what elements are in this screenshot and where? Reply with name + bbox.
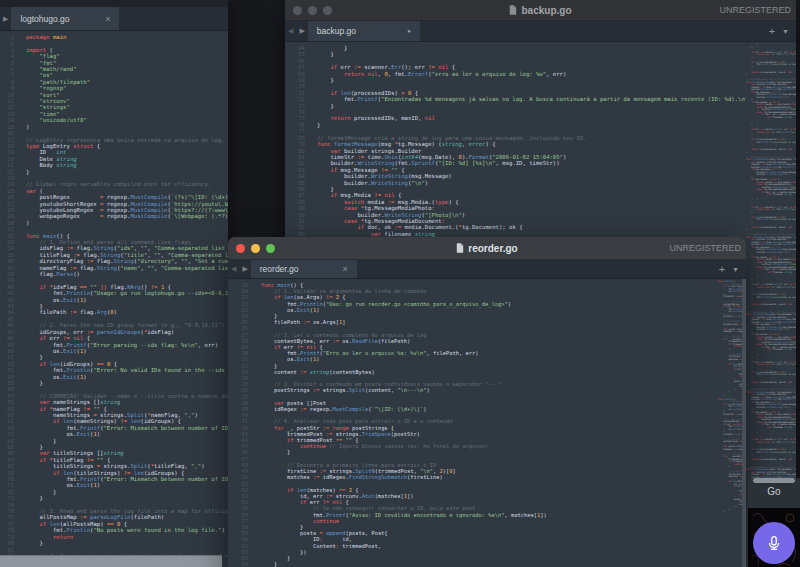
logtohugo-tabbar: ▶ logtohugo.go ×: [0, 7, 228, 31]
logtohugo-gutter: 1 2 3 4 5 6 7 8 9 10 11 12 13 14 15 16 1…: [0, 31, 20, 557]
document-icon: [456, 243, 464, 253]
nav-forward-icon[interactable]: ▶: [239, 265, 250, 273]
new-tab-button[interactable]: +: [719, 264, 725, 275]
tab-label: logtohugo.go: [20, 14, 69, 24]
microphone-icon: [765, 534, 783, 552]
tab-logtohugo[interactable]: logtohugo.go ×: [11, 7, 119, 30]
status-bar: [0, 555, 222, 567]
nav-back-icon[interactable]: ◀: [285, 27, 296, 35]
tab-backup[interactable]: backup.go ●: [308, 21, 420, 41]
new-tab-button[interactable]: +: [769, 26, 775, 37]
backup-tabbar: ◀ ▶ backup.go ● + ▼: [285, 21, 796, 42]
backup-traffic-lights[interactable]: [285, 6, 332, 15]
nav-forward-icon[interactable]: ▶: [0, 15, 11, 23]
logtohugo-code[interactable]: package main import ( "flag" "fmt" "math…: [20, 31, 228, 557]
assistant-header: Go: [748, 478, 800, 508]
close-tab-icon[interactable]: ×: [343, 264, 348, 274]
document-icon: [509, 5, 517, 15]
reorder-tabbar: ◀ ▶ reorder.go × + ▼: [228, 260, 746, 279]
modified-dot-icon: ●: [407, 28, 411, 34]
unregistered-badge: UNREGISTERED: [719, 5, 796, 15]
mic-button[interactable]: [753, 522, 795, 564]
reorder-scrollbar[interactable]: [742, 279, 746, 567]
reorder-window: reorder.go UNREGISTERED ◀ ▶ reorder.go ×…: [228, 237, 746, 567]
tab-overflow-button[interactable]: ▼: [732, 266, 739, 273]
backup-minimap-content: } } if err := scanner.Err(); err != nil …: [746, 44, 796, 507]
close-window-button[interactable]: [236, 244, 245, 253]
tab-overflow-button[interactable]: ▼: [782, 28, 789, 35]
reorder-code[interactable]: func main() { // 1. Validar os argumento…: [255, 279, 718, 567]
reorder-minimap[interactable]: func main() { // 1. Validar os argumento…: [718, 279, 742, 567]
logtohugo-window: ▶ logtohugo.go × 1 2 3 4 5 6 7 8 9 10 11…: [0, 0, 228, 567]
zoom-window-button[interactable]: [323, 6, 332, 15]
go-button[interactable]: Go: [748, 486, 800, 497]
backup-titlebar[interactable]: backup.go UNREGISTERED: [285, 0, 796, 21]
logtohugo-titlebar-edge[interactable]: [0, 0, 228, 7]
reorder-titlebar[interactable]: reorder.go UNREGISTERED: [228, 237, 746, 260]
close-tab-icon[interactable]: ×: [105, 14, 110, 24]
close-window-button[interactable]: [293, 6, 302, 15]
window-title: reorder.go: [468, 243, 517, 254]
minimize-window-button[interactable]: [251, 244, 260, 253]
minimize-window-button[interactable]: [308, 6, 317, 15]
reorder-minimap-content: func main() { // 1. Validar os argumento…: [718, 281, 742, 514]
assistant-art-panel: [748, 508, 800, 567]
nav-forward-icon[interactable]: ▶: [296, 27, 307, 35]
tab-label: reorder.go: [260, 264, 299, 274]
voice-assistant-widget: Go: [748, 474, 800, 567]
nav-back-icon[interactable]: ◀: [228, 265, 239, 273]
drag-handle[interactable]: [753, 478, 795, 483]
reorder-traffic-lights[interactable]: [228, 244, 275, 253]
unregistered-badge: UNREGISTERED: [669, 243, 746, 253]
zoom-window-button[interactable]: [266, 244, 275, 253]
tab-reorder[interactable]: reorder.go ×: [251, 260, 357, 278]
tab-label: backup.go: [317, 26, 356, 36]
reorder-gutter: 19 20 21 22 23 24 25 26 27 28 29 30 31 3…: [228, 279, 255, 567]
window-title: backup.go: [521, 5, 571, 16]
